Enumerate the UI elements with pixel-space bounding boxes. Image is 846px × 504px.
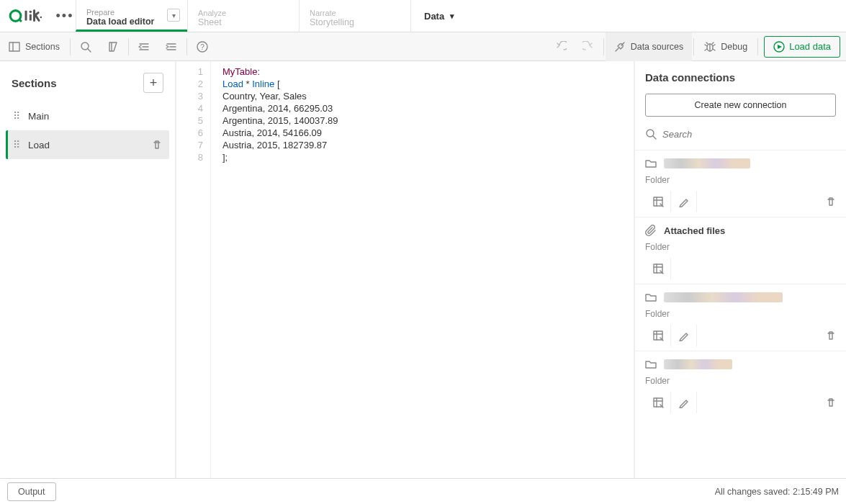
chevron-down-icon[interactable]: ▾	[167, 9, 180, 22]
nav-data-dropdown[interactable]: Data ▾	[410, 0, 467, 32]
line-gutter: 12345678	[176, 61, 211, 478]
select-data-icon[interactable]	[645, 392, 671, 413]
svg-line-22	[653, 136, 656, 139]
save-status: All changes saved: 2:15:49 PM	[715, 487, 839, 497]
create-connection-button[interactable]: Create new connection	[645, 94, 836, 117]
help-button[interactable]: ?	[189, 32, 216, 61]
nav-tab-big: Storytelling	[310, 17, 400, 27]
app-menu-icon[interactable]: •••	[54, 0, 76, 32]
search-icon	[80, 41, 91, 53]
svg-rect-5	[40, 17, 41, 18]
connection-item-attached[interactable]: Attached files Folder	[635, 217, 846, 284]
search-icon	[645, 128, 657, 140]
chevron-down-icon: ▾	[450, 12, 454, 21]
undo-icon	[555, 41, 567, 53]
delete-connection-icon[interactable]	[826, 330, 836, 341]
connection-name-redacted	[664, 292, 783, 302]
select-data-icon[interactable]	[645, 258, 671, 279]
edit-connection-icon[interactable]	[671, 325, 697, 346]
add-section-button[interactable]: +	[143, 73, 163, 93]
help-icon: ?	[197, 41, 208, 53]
svg-line-9	[88, 49, 91, 52]
data-sources-label: Data sources	[631, 42, 684, 52]
search-button[interactable]	[72, 32, 99, 61]
folder-icon	[645, 359, 657, 370]
select-data-icon[interactable]	[645, 191, 671, 212]
debug-label: Debug	[721, 42, 747, 52]
edit-connection-icon[interactable]	[671, 392, 697, 413]
grip-icon: ⠿	[13, 110, 19, 122]
data-sources-button[interactable]: Data sources	[606, 32, 693, 61]
nav-tab-prepare[interactable]: Prepare Data load editor ▾	[76, 0, 187, 32]
redo-icon	[582, 41, 594, 53]
nav-tab-small: Analyze	[198, 9, 289, 17]
svg-point-3	[29, 11, 31, 13]
load-data-label: Load data	[789, 41, 831, 52]
folder-icon	[645, 292, 657, 303]
delete-section-icon[interactable]	[152, 140, 162, 150]
nav-data-label: Data	[424, 11, 444, 22]
code-content[interactable]: MyTable: Load * Inline [ Country, Year, …	[211, 61, 634, 478]
outdent-icon	[138, 41, 150, 53]
grip-icon: ⠿	[13, 139, 19, 150]
bug-icon	[704, 41, 716, 53]
nav-tab-big: Sheet	[198, 17, 289, 27]
toolbar: Sections ? Data sources Debug Load data	[0, 32, 846, 61]
delete-connection-icon[interactable]	[826, 197, 836, 207]
svg-text:?: ?	[200, 43, 204, 51]
debug-button[interactable]: Debug	[696, 32, 756, 61]
undo-button[interactable]	[547, 32, 575, 61]
redo-button[interactable]	[575, 32, 602, 61]
section-item-load[interactable]: ⠿ Load	[6, 130, 169, 159]
sections-label: Sections	[25, 42, 60, 52]
comment-button[interactable]	[99, 32, 127, 61]
connection-item[interactable]: Folder	[635, 150, 846, 217]
data-connections-panel: Data connections Create new connection F…	[634, 61, 846, 478]
svg-rect-6	[9, 42, 19, 51]
connection-search[interactable]	[645, 125, 836, 143]
panel-icon	[9, 41, 20, 53]
connection-type: Folder	[645, 309, 836, 319]
sections-title: Sections	[12, 77, 57, 89]
code-editor[interactable]: 12345678 MyTable: Load * Inline [ Countr…	[176, 61, 634, 478]
sections-sidebar: Sections + ⠿ Main ⠿ Load	[0, 61, 176, 478]
plug-icon	[614, 41, 626, 53]
status-bar: Output All changes saved: 2:15:49 PM	[0, 478, 846, 504]
delete-connection-icon[interactable]	[826, 397, 836, 408]
connection-name-redacted	[664, 359, 732, 369]
section-label: Main	[28, 111, 49, 122]
connection-type: Folder	[645, 175, 836, 185]
connection-item[interactable]: Folder	[635, 351, 846, 418]
indent-button[interactable]	[158, 32, 185, 61]
comment-icon	[107, 41, 119, 53]
indent-icon	[166, 41, 177, 53]
section-item-main[interactable]: ⠿ Main	[6, 102, 169, 130]
svg-rect-4	[29, 14, 31, 21]
sections-toggle[interactable]: Sections	[0, 32, 68, 61]
top-bar: ••• Prepare Data load editor ▾ Analyze S…	[0, 0, 846, 32]
svg-point-8	[81, 42, 89, 50]
nav-tab-narrate[interactable]: Narrate Storytelling	[299, 0, 410, 32]
data-connections-title: Data connections	[635, 71, 846, 94]
outdent-button[interactable]	[130, 32, 158, 61]
svg-point-21	[647, 130, 654, 137]
folder-icon	[645, 158, 657, 169]
connection-search-input[interactable]	[662, 129, 836, 140]
nav-tab-big: Data load editor	[86, 17, 177, 27]
nav-tab-small: Prepare	[86, 8, 177, 17]
select-data-icon[interactable]	[645, 325, 671, 346]
play-circle-icon	[773, 41, 785, 53]
edit-connection-icon[interactable]	[671, 191, 697, 212]
nav-tab-small: Narrate	[310, 9, 400, 17]
output-button[interactable]: Output	[7, 482, 56, 501]
load-data-button[interactable]: Load data	[764, 36, 840, 58]
connection-type: Folder	[645, 242, 836, 252]
section-label: Load	[28, 140, 50, 150]
connection-item[interactable]: Folder	[635, 284, 846, 351]
qlik-logo	[0, 0, 54, 32]
connection-name: Attached files	[664, 225, 725, 236]
svg-rect-2	[24, 11, 27, 21]
nav-tab-analyze[interactable]: Analyze Sheet	[187, 0, 299, 32]
attachment-icon	[645, 225, 657, 236]
connection-name-redacted	[664, 158, 750, 168]
